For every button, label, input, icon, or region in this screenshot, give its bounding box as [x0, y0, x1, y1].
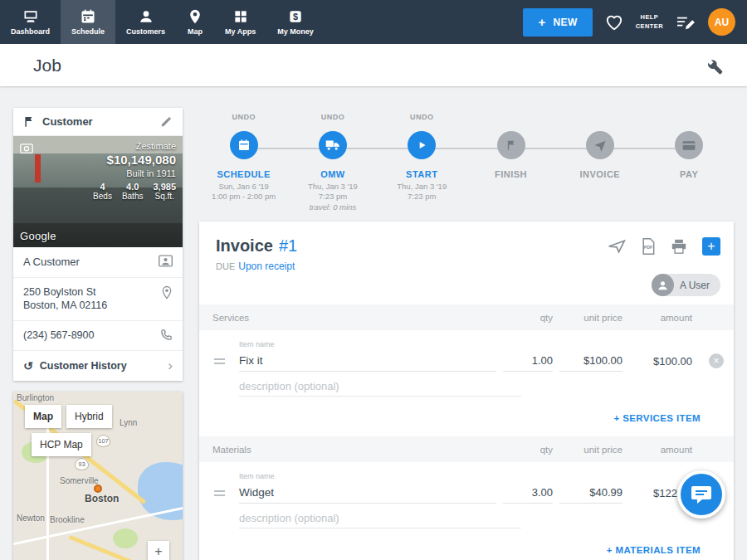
customer-name: A Customer [23, 255, 159, 270]
service-description-input[interactable] [239, 377, 521, 397]
undo-omw-link[interactable]: UNDO [321, 113, 345, 123]
notes-pencil-icon[interactable] [676, 14, 696, 31]
location-pin-icon[interactable] [161, 285, 173, 299]
map-widget[interactable]: Burlington Lynn Somerville Boston Newton… [13, 392, 183, 560]
beds-stat: 4Beds [93, 182, 112, 201]
chat-bubble-button[interactable] [677, 470, 725, 519]
map-label: Burlington [17, 393, 54, 402]
schedule-step-button[interactable] [230, 131, 258, 159]
nav-item-schedule[interactable]: Schedule [61, 0, 115, 44]
map-type-button[interactable]: Map [25, 405, 61, 428]
nav-item-dashboard[interactable]: Dashboard [0, 0, 61, 44]
customer-card: Customer Zestimate $10,149,080 Built in … [13, 108, 183, 381]
job-status-timeline: UNDO SCHEDULE Sun, Jan 6 '191:00 pm - 2:… [199, 113, 734, 219]
amount-column-header: amount [629, 313, 692, 323]
add-services-item-link[interactable]: + SERVICES ITEM [613, 413, 701, 423]
send-plane-icon [593, 139, 607, 152]
zoom-in-button[interactable]: + [148, 541, 169, 560]
customer-address: 250 Boylston St Boston, MA 02116 [23, 285, 161, 314]
hcp-map-button[interactable]: HCP Map [32, 433, 91, 456]
map-label: Lynn [120, 418, 137, 427]
undo-schedule-link[interactable]: UNDO [232, 113, 256, 123]
map-park [113, 528, 138, 548]
due-value-link[interactable]: Upon receipt [238, 261, 295, 272]
start-step-button[interactable] [408, 131, 436, 159]
nav-item-my-apps[interactable]: My Apps [214, 0, 266, 44]
service-unit-price-input[interactable] [559, 350, 622, 372]
invoice-card: Invoice #1 PDF + DUEUpon receipt A User … [199, 222, 734, 560]
timeline-step-finish: FINISH [466, 113, 555, 212]
play-icon [416, 139, 427, 151]
map-label: Newton [17, 514, 45, 523]
customer-card-header: Customer [13, 108, 183, 136]
drag-handle-icon[interactable] [212, 490, 232, 496]
flag-icon [23, 115, 36, 128]
material-name-input[interactable] [239, 482, 496, 504]
service-name-input[interactable] [239, 350, 496, 372]
nav-item-customers[interactable]: Customers [115, 0, 176, 44]
finish-step-button[interactable] [497, 131, 525, 159]
add-invoice-icon[interactable]: + [702, 237, 720, 256]
map-road [46, 408, 49, 560]
help-center-link[interactable]: HELP CENTER [636, 13, 663, 30]
credit-card-icon [682, 140, 696, 151]
zestimate-overlay: Zestimate $10,149,080 Built in 1911 4Bed… [93, 141, 176, 201]
nav-item-map[interactable]: Map [176, 0, 214, 44]
amount-column-header: amount [629, 445, 692, 455]
map-label: Somerville [60, 476, 99, 485]
money-icon: $ [287, 8, 304, 25]
highway-shield: 107 [96, 435, 110, 447]
schedule-icon [80, 8, 96, 25]
qty-column-header: qty [503, 313, 553, 323]
dashboard-icon [22, 8, 39, 25]
add-materials-item-link[interactable]: + MATERIALS ITEM [607, 545, 701, 555]
baths-stat: 4.0Baths [122, 182, 144, 201]
pdf-icon[interactable]: PDF [641, 238, 656, 255]
customer-phone-row: (234) 567-8900 [13, 321, 183, 351]
timeline-step-start: UNDO START Thu, Jan 3 '197:23 pm [378, 113, 466, 212]
job-tools-icon[interactable] [704, 56, 724, 75]
send-invoice-icon[interactable] [608, 239, 626, 254]
nav-item-my-money[interactable]: $ My Money [266, 0, 325, 44]
map-label: Boston [85, 493, 119, 504]
contact-card-icon[interactable] [159, 255, 173, 267]
highway-shield: 93 [75, 458, 89, 470]
material-qty-input[interactable] [503, 482, 553, 504]
sidebar: Customer Zestimate $10,149,080 Built in … [13, 108, 183, 560]
customer-history-row[interactable]: ↺ Customer History › [13, 351, 183, 381]
storefront-banner [35, 154, 41, 183]
omw-step-button[interactable] [319, 131, 347, 159]
item-name-label: Item name [199, 330, 734, 348]
timeline-step-invoice: INVOICE [555, 113, 644, 212]
new-button[interactable]: + NEW [523, 8, 592, 37]
drag-handle-icon[interactable] [212, 358, 232, 364]
svg-text:$: $ [293, 12, 298, 22]
edit-pencil-icon[interactable] [160, 115, 173, 128]
invoice-number: #1 [279, 236, 297, 256]
plus-icon: + [538, 18, 545, 27]
job-location-marker [94, 485, 102, 493]
item-name-label: Item name [199, 462, 734, 480]
avatar[interactable]: AU [708, 8, 735, 36]
material-item-row: $122.97 × [199, 480, 734, 504]
google-logo: Google [20, 230, 56, 242]
invoice-step-button[interactable] [586, 131, 614, 159]
user-avatar-icon [652, 274, 674, 296]
pay-step-button[interactable] [675, 131, 703, 159]
calendar-icon [237, 139, 251, 152]
undo-start-link[interactable]: UNDO [410, 113, 434, 123]
remove-item-icon[interactable]: × [709, 353, 724, 368]
assigned-user-chip[interactable]: A User [652, 274, 720, 296]
material-unit-price-input[interactable] [559, 482, 622, 504]
top-nav: Dashboard Schedule Customers Map My Apps… [0, 0, 747, 44]
print-icon[interactable] [671, 239, 687, 254]
materials-header-row: Materials qty unit price amount [199, 436, 734, 462]
hybrid-type-button[interactable]: Hybrid [66, 405, 112, 428]
heart-icon[interactable] [605, 14, 623, 31]
page-header: Job [0, 44, 747, 86]
phone-icon[interactable] [160, 329, 173, 341]
customer-name-row: A Customer [13, 247, 183, 278]
material-description-input[interactable] [239, 509, 521, 528]
service-qty-input[interactable] [503, 350, 553, 372]
invoice-title: Invoice [216, 236, 273, 256]
